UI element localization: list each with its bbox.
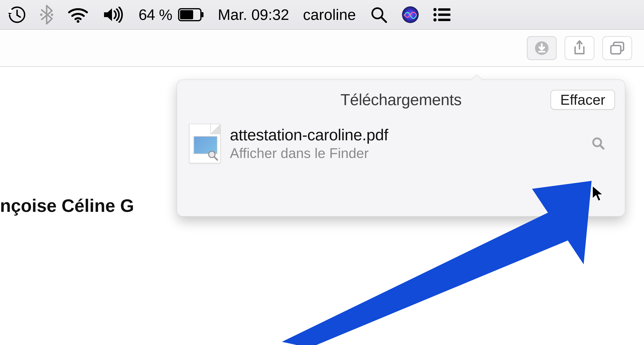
svg-rect-7: [180, 10, 193, 19]
download-icon: [534, 41, 549, 55]
share-button[interactable]: [564, 36, 594, 60]
notification-center-icon[interactable]: [433, 7, 451, 23]
svg-point-3: [51, 14, 53, 16]
bluetooth-icon[interactable]: [40, 5, 53, 25]
file-preview-icon: [189, 124, 221, 163]
download-item[interactable]: attestation-caroline.pdf Afficher dans l…: [177, 120, 625, 167]
svg-rect-20: [611, 46, 621, 54]
macos-menu-bar: 64 % Mar. 09:32 caroline: [0, 0, 644, 30]
date-time-label[interactable]: Mar. 09:32: [218, 6, 289, 23]
username-label[interactable]: caroline: [303, 6, 356, 23]
svg-point-11: [433, 8, 436, 11]
reveal-in-finder-button[interactable]: [590, 135, 607, 152]
download-subtitle: Afficher dans le Finder: [230, 145, 580, 161]
spotlight-search-icon[interactable]: [370, 6, 388, 24]
safari-toolbar: [0, 30, 644, 67]
battery-status[interactable]: 64 %: [138, 6, 204, 23]
svg-line-24: [600, 145, 604, 149]
svg-rect-14: [438, 14, 450, 16]
svg-line-22: [214, 157, 218, 160]
downloads-button[interactable]: [527, 36, 557, 60]
share-icon: [573, 40, 586, 56]
battery-icon: [178, 8, 204, 21]
magnifier-icon: [591, 136, 606, 151]
clear-downloads-button[interactable]: Effacer: [550, 90, 615, 110]
page-heading-fragment: nçoise Céline G: [0, 196, 134, 216]
svg-point-4: [77, 20, 80, 23]
download-filename: attestation-caroline.pdf: [230, 126, 580, 144]
svg-rect-6: [202, 12, 204, 17]
svg-rect-12: [438, 8, 450, 11]
wifi-icon[interactable]: [67, 7, 89, 23]
downloads-popover: Téléchargements Effacer attestation-caro…: [177, 80, 625, 217]
siri-icon[interactable]: [402, 6, 419, 24]
volume-icon[interactable]: [103, 7, 125, 23]
svg-point-2: [40, 14, 42, 16]
preview-magnifier-icon: [208, 150, 218, 161]
battery-percent-label: 64 %: [138, 6, 172, 23]
downloads-title: Téléchargements: [340, 91, 462, 109]
time-machine-icon[interactable]: [8, 6, 26, 24]
tabs-button[interactable]: [602, 36, 632, 60]
popover-arrow: [471, 74, 483, 80]
svg-point-15: [433, 18, 436, 22]
svg-line-9: [381, 17, 386, 22]
svg-rect-16: [438, 19, 450, 21]
svg-point-13: [433, 13, 436, 16]
tabs-icon: [610, 41, 625, 55]
